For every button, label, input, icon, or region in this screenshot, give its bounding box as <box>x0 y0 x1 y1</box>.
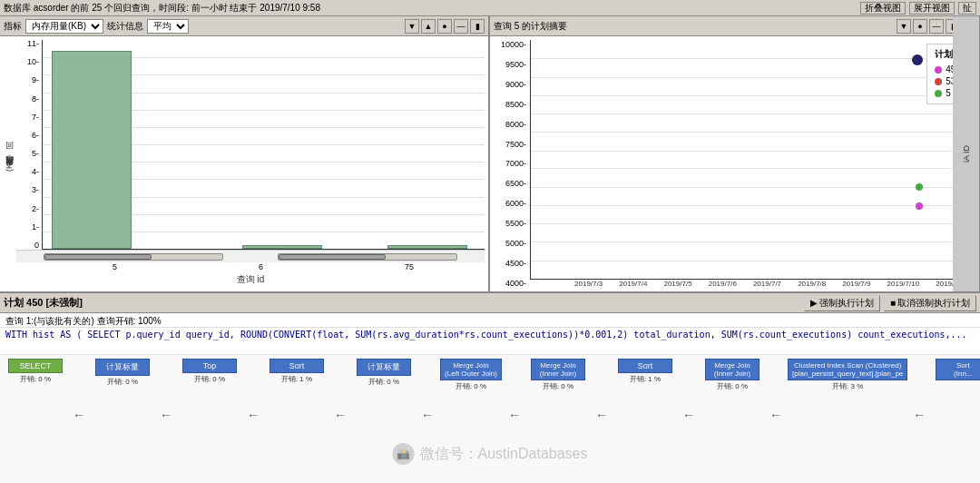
left-panel-toolbar: 指标 内存用量(KB) 统计信息 平均 ▼ ▲ ● — ▮ <box>0 16 488 36</box>
plan-arrow-9: ← <box>768 408 784 422</box>
bar-6[interactable] <box>242 245 322 249</box>
plan-node-box-merge1[interactable]: Merge Join(Left Outer Join) <box>440 359 502 380</box>
top-bar-right: 折叠视图 展开视图 扯 <box>860 2 976 15</box>
x-axis: 5 6 75 <box>16 262 485 271</box>
toolbar-btn-chart[interactable]: ▮ <box>470 19 485 34</box>
plan-node-merge3: Merge Join(Inner Join) 开销: 0 % <box>701 359 764 391</box>
plan-node-label-merge3: 开销: 0 % <box>717 381 748 391</box>
watermark-text: 微信号：AustinDatabases <box>420 445 588 464</box>
right-panel-title: 查询 5 的计划摘要 <box>494 20 567 33</box>
metric-select[interactable]: 内存用量(KB) <box>25 19 103 34</box>
left-panel: 指标 内存用量(KB) 统计信息 平均 ▼ ▲ ● — ▮ 内存占用量(KB)回 <box>0 16 490 291</box>
x-label-6: 6 <box>259 262 263 271</box>
force-plan-button[interactable]: ▶ 强制执行计划 <box>804 295 880 311</box>
chart-inner: 11- 10- 9- 8- 7- 6- 5- 4- 3- 2- 1- 0 <box>16 40 485 288</box>
top-bar: 数据库 acsorder 的前 25 个回归查询，时间段: 前一小时 结束于 2… <box>0 0 980 16</box>
scrollbar-track-1[interactable] <box>44 253 223 261</box>
main-container: 指标 内存用量(KB) 统计信息 平均 ▼ ▲ ● — ▮ 内存占用量(KB)回 <box>0 16 980 483</box>
plan-node-box-merge3[interactable]: Merge Join(Inner Join) <box>705 359 760 380</box>
watermark: 📸 微信号：AustinDatabases <box>393 443 588 465</box>
expand-view-button[interactable]: 展开视图 <box>909 2 955 15</box>
plan-arrow-5: ← <box>419 408 436 422</box>
toolbar-btn-3[interactable]: ● <box>437 19 452 34</box>
plan-arrow-6: ← <box>506 408 523 422</box>
legend-label-5: 5 <box>946 88 951 98</box>
plan-node-label-merge1: 开销: 0 % <box>456 381 486 391</box>
cancel-force-plan-button[interactable]: ■ 取消强制执行计划 <box>884 295 976 311</box>
left-chart-area: 内存占用量(KB)回 11- 10- 9- 8- 7- 6- 5- 4- 3- <box>0 36 488 291</box>
plan-arrow-10: ← <box>911 408 927 422</box>
plan-node-calc2: 计算标量 开销: 0 % <box>352 359 416 387</box>
db-info-text: 数据库 acsorder 的前 25 个回归查询，时间段: 前一小时 结束于 2… <box>4 2 320 15</box>
plan-node-sort3: Sort(Inn... <box>931 359 980 380</box>
toolbar-btn-2[interactable]: ▲ <box>421 19 436 34</box>
toolbar-btn-1[interactable]: ▼ <box>405 19 419 34</box>
bottom-section: 计划 450 [未强制] ▶ 强制执行计划 ■ 取消强制执行计划 查询 1:(与… <box>0 293 980 483</box>
plan-node-box-clustered[interactable]: Clustered Index Scan (Clustered)[plan_pe… <box>788 359 907 380</box>
scatter-plot: 计划 ID 450 537 5 <box>530 40 976 280</box>
bottom-buttons: ▶ 强制执行计划 ■ 取消强制执行计划 <box>804 295 976 311</box>
chart-scrollbar <box>16 250 485 262</box>
plan-title: 计划 450 [未强制] <box>4 296 83 310</box>
right-panel-toolbar: 查询 5 的计划摘要 ▼ ● — ▮ □ <box>490 16 980 36</box>
plan-arrow-4: ← <box>332 408 348 422</box>
ia-id-badge: iA ID <box>953 16 980 291</box>
plan-node-label-top: 开销: 0 % <box>194 374 225 384</box>
plan-node-label-sort1: 开销: 1 % <box>281 374 312 384</box>
bar-75[interactable] <box>387 245 467 249</box>
bar-group-5[interactable] <box>52 51 133 249</box>
bar-group-6[interactable] <box>242 245 324 249</box>
ia-id-text: iA ID <box>962 145 971 163</box>
scrollbar-thumb-1 <box>44 254 152 260</box>
right-toolbar-btn-1[interactable]: ▼ <box>897 19 911 34</box>
plan-node-label-select: 开销: 0 % <box>20 374 51 384</box>
top-section: 指标 内存用量(KB) 统计信息 平均 ▼ ▲ ● — ▮ 内存占用量(KB)回 <box>0 16 980 293</box>
plan-node-box-sort3[interactable]: Sort(Inn... <box>936 359 980 380</box>
scatter-area: 10000- 9500- 9000- 8500- 8000- 7500- 700… <box>490 36 980 291</box>
legend-dot-5 <box>935 90 942 97</box>
stat-select[interactable]: 平均 <box>147 19 189 34</box>
chart-plot: 11- 10- 9- 8- 7- 6- 5- 4- 3- 2- 1- 0 <box>16 40 485 250</box>
scatter-dot-green[interactable] <box>916 183 923 191</box>
bottom-toolbar: 计划 450 [未强制] ▶ 强制执行计划 ■ 取消强制执行计划 <box>0 293 980 313</box>
plan-node-label-clustered: 开销: 3 % <box>832 381 863 391</box>
toolbar-btn-4[interactable]: — <box>454 19 468 34</box>
collapse-view-button[interactable]: 折叠视图 <box>860 2 906 15</box>
scatter-y-axis: 10000- 9500- 9000- 8500- 8000- 7500- 700… <box>494 40 530 288</box>
scrollbar-track-2[interactable] <box>278 253 457 261</box>
plan-node-clustered: Clustered Index Scan (Clustered)[plan_pe… <box>788 359 907 391</box>
plan-arrow-7: ← <box>593 408 610 422</box>
query-info: 查询 1:(与该批有关的) 查询开销: 100% <box>0 313 980 328</box>
bar-group-75[interactable] <box>387 245 469 249</box>
plan-node-merge1: Merge Join(Left Outer Join) 开销: 0 % <box>439 359 503 391</box>
scrollbar-thumb-2 <box>279 254 386 260</box>
scatter-dot-dark[interactable] <box>912 54 923 65</box>
plan-node-label-sort2: 开销: 1 % <box>630 374 661 384</box>
plan-node-box-calc1[interactable]: 计算标量 <box>95 359 150 376</box>
plan-node-box-top[interactable]: Top <box>182 359 237 373</box>
plan-node-box-sort2[interactable]: Sort <box>618 359 672 373</box>
plan-node-box-sort1[interactable]: Sort <box>270 359 324 373</box>
plan-node-label-calc1: 开销: 0 % <box>107 377 138 387</box>
plan-node-merge2: Merge Join(Inner Join) 开销: 0 % <box>526 359 590 391</box>
extra-button[interactable]: 扯 <box>958 2 976 15</box>
cancel-force-icon: ■ <box>890 298 896 308</box>
force-plan-icon: ▶ <box>810 298 818 308</box>
plan-node-box-select[interactable]: SELECT <box>8 359 63 373</box>
plan-node-label-merge2: 开销: 0 % <box>543 381 573 391</box>
legend-dot-537 <box>935 78 942 85</box>
y-axis: 11- 10- 9- 8- 7- 6- 5- 4- 3- 2- 1- 0 <box>16 40 42 250</box>
plan-arrow-2: ← <box>158 408 174 422</box>
bar-5[interactable] <box>52 51 132 249</box>
right-toolbar-btn-3[interactable]: — <box>929 19 944 34</box>
plan-arrow-1: ← <box>71 408 87 422</box>
plan-node-sort2: Sort 开销: 1 % <box>613 359 677 384</box>
right-toolbar-btn-2[interactable]: ● <box>913 19 927 34</box>
x-label-5: 5 <box>113 262 117 271</box>
plan-node-sort1: Sort 开销: 1 % <box>265 359 328 384</box>
plan-arrow-8: ← <box>681 408 697 422</box>
plan-node-box-merge2[interactable]: Merge Join(Inner Join) <box>531 359 585 380</box>
scatter-dot-purple[interactable] <box>916 202 923 210</box>
plan-node-box-calc2[interactable]: 计算标量 <box>357 359 411 376</box>
scatter-x-axis: 2019/7/3 2019/7/4 2019/7/5 2019/7/6 2019… <box>530 280 976 288</box>
